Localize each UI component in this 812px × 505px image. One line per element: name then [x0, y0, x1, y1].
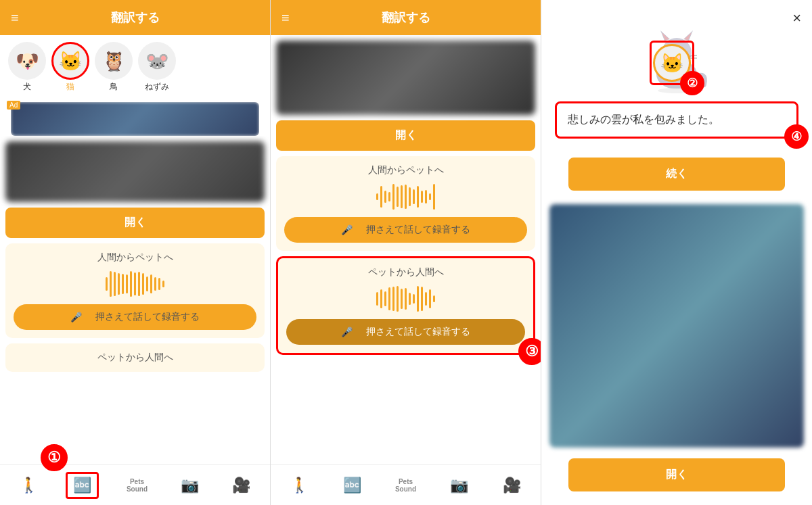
- pet-to-human-box-panel2: ペットから人間へ 🎤 押さえて話して録音する: [276, 256, 535, 355]
- sound-wave-h2p-panel2: [284, 183, 527, 210]
- nav-translate-panel2[interactable]: 🔤: [338, 474, 367, 497]
- nav-camera-panel2[interactable]: 📷: [445, 474, 474, 497]
- p2h-title-panel1: ペットから人間へ: [14, 352, 256, 364]
- wave-bar: [130, 271, 132, 297]
- pet-circle-mouse[interactable]: 🐭: [138, 42, 176, 80]
- pet-item-mouse[interactable]: 🐭 ねずみ: [138, 42, 176, 93]
- panel-2: ≡ 翻訳する 開く 人間からペットへ: [271, 0, 541, 505]
- header-panel2: ≡ 翻訳する: [271, 0, 541, 35]
- nav-video-panel1[interactable]: 🎥: [227, 474, 256, 497]
- header-panel1: ≡ 翻訳する: [0, 0, 270, 35]
- wave-bar: [392, 287, 394, 311]
- blurred-image-panel2: [276, 41, 535, 115]
- walk-icon-panel1: 🚶: [20, 477, 38, 494]
- pet-label-dog: 犬: [23, 81, 31, 93]
- pet-selector: 🐶 犬 🐱 猫 🦉 鳥 🐭 ねずみ: [0, 35, 270, 97]
- video-icon-panel2: 🎥: [503, 477, 521, 494]
- panel-3-dialog: × 🐱 ②: [541, 0, 812, 505]
- wave-bar: [401, 185, 403, 208]
- header-title-panel2: 翻訳する: [382, 9, 430, 26]
- wave-bar: [405, 185, 407, 209]
- wave-bar: [376, 193, 378, 200]
- wave-bar: [376, 292, 378, 306]
- wave-bar: [118, 273, 120, 295]
- nav-walk-panel1[interactable]: 🚶: [14, 474, 43, 497]
- translation-text: 悲しみの雲が私を包みました。: [568, 114, 719, 125]
- wave-bar: [425, 292, 427, 306]
- mic-icon-h2p-panel1: 🎤: [70, 312, 82, 322]
- continue-button-wrapper: 続く: [541, 145, 812, 204]
- h2p-title-panel2: 人間からペットへ: [284, 164, 527, 176]
- wave-bar: [409, 187, 411, 206]
- wave-bar: [417, 286, 419, 312]
- nav-pets-sound-panel1[interactable]: PetsSound: [121, 475, 153, 496]
- record-button-p2h-panel2[interactable]: 🎤 押さえて話して録音する: [286, 319, 525, 345]
- record-button-h2p-panel1[interactable]: 🎤 押さえて話して録音する: [14, 304, 256, 330]
- nav-video-panel2[interactable]: 🎥: [497, 474, 526, 497]
- wave-bar: [409, 293, 411, 305]
- open-button-panel1[interactable]: 開く: [5, 208, 265, 238]
- wave-bar: [114, 272, 116, 296]
- svg-point-15: [658, 88, 696, 93]
- dialog-open-button-wrapper: 開く: [541, 453, 812, 505]
- pet-label-mouse: ねずみ: [145, 81, 169, 93]
- wave-bar: [380, 289, 382, 308]
- pet-item-cat[interactable]: 🐱 猫: [51, 42, 89, 93]
- open-button-panel2[interactable]: 開く: [276, 120, 535, 151]
- sound-wave-p2h-panel2: [286, 285, 525, 312]
- pets-sound-label-panel2: PetsSound: [395, 478, 416, 493]
- wave-bar: [433, 295, 435, 302]
- wave-bar: [401, 289, 403, 309]
- wave-bar: [384, 191, 386, 203]
- close-button-dialog[interactable]: ×: [792, 9, 801, 27]
- record-label-p2h-panel2: 押さえて話して録音する: [357, 326, 470, 338]
- wave-bar: [134, 272, 136, 295]
- wave-bar: [429, 289, 431, 308]
- record-button-h2p-panel2[interactable]: 🎤 押さえて話して録音する: [284, 217, 527, 243]
- wave-bar: [433, 184, 435, 210]
- pet-circle-owl[interactable]: 🦉: [95, 42, 133, 80]
- menu-icon-panel2[interactable]: ≡: [281, 10, 290, 26]
- translate-icon-panel1: 🔤: [73, 477, 91, 494]
- continue-button[interactable]: 続く: [568, 158, 785, 191]
- nav-pets-sound-panel2[interactable]: PetsSound: [390, 475, 422, 496]
- pet-item-dog[interactable]: 🐶 犬: [8, 42, 46, 93]
- wave-bar: [158, 278, 160, 290]
- wave-bar: [388, 287, 390, 310]
- nav-translate-panel1[interactable]: 🔤: [66, 472, 99, 499]
- camera-icon-panel1: 📷: [181, 477, 199, 494]
- panel-1: ≡ 翻訳する 🐶 犬 🐱 猫 🦉 鳥 🐭 ねずみ Ad: [0, 0, 271, 505]
- nav-camera-panel1[interactable]: 📷: [175, 474, 204, 497]
- content-panel2: 開く 人間からペットへ 🎤: [271, 35, 541, 464]
- nav-walk-panel2[interactable]: 🚶: [285, 474, 314, 497]
- wave-bar: [122, 274, 124, 294]
- pet-item-owl[interactable]: 🦉 鳥: [95, 42, 133, 93]
- header-title-panel1: 翻訳する: [111, 9, 160, 26]
- pet-circle-dog[interactable]: 🐶: [8, 42, 46, 80]
- ad-banner-panel1: [11, 102, 259, 136]
- wave-bar: [106, 277, 108, 291]
- wave-bar: [421, 191, 423, 203]
- wave-bar: [154, 277, 156, 291]
- pet-to-human-box-panel1: ペットから人間へ: [5, 343, 265, 372]
- wave-bar: [425, 190, 427, 203]
- dialog-open-button[interactable]: 開く: [568, 458, 785, 491]
- wave-bar: [380, 186, 382, 208]
- mic-icon-p2h-panel2: 🎤: [341, 327, 353, 337]
- camera-icon-panel2: 📷: [450, 477, 468, 494]
- wave-bar: [421, 287, 423, 311]
- pet-circle-cat[interactable]: 🐱: [51, 42, 89, 80]
- wave-bar: [388, 192, 390, 201]
- pet-label-cat: 猫: [66, 81, 74, 93]
- record-label-h2p-panel1: 押さえて話して録音する: [86, 311, 200, 323]
- wave-bar: [397, 286, 399, 312]
- wave-bar: [384, 291, 386, 306]
- wave-bar: [142, 273, 144, 295]
- wave-bar: [397, 187, 399, 207]
- dialog-ad-area: [549, 204, 804, 448]
- wave-bar: [405, 288, 407, 310]
- menu-icon-panel1[interactable]: ≡: [11, 10, 19, 26]
- translate-icon-panel2: 🔤: [343, 477, 361, 494]
- wave-bar: [417, 186, 419, 208]
- wave-bar: [138, 272, 140, 296]
